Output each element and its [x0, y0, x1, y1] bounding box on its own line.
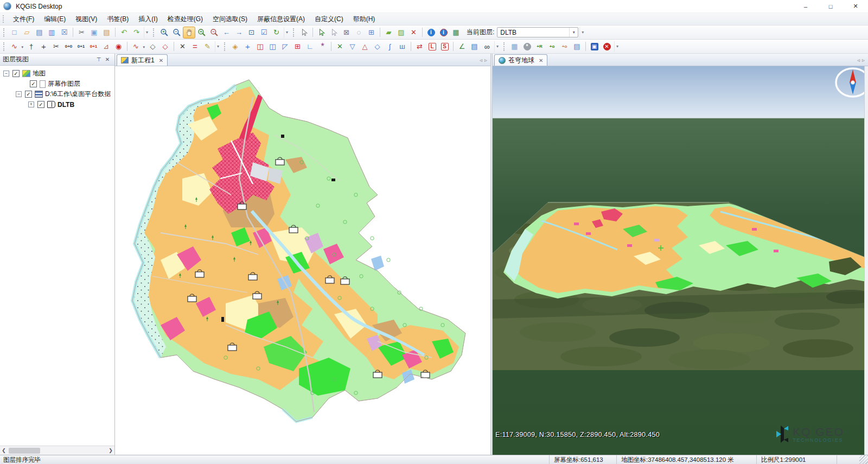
layer-visibility-checkbox[interactable]: ✓	[12, 70, 20, 77]
globe-tab-close-icon[interactable]: ✕	[539, 58, 543, 63]
measure-segment-icon[interactable]: ⇄	[413, 41, 426, 53]
menu-item-0[interactable]: 文件(F)	[8, 13, 39, 26]
length-label-icon[interactable]: L	[426, 41, 438, 53]
layer-row-3[interactable]: +✓DLTB	[0, 99, 114, 110]
find-binoculars-icon[interactable]: ∞	[481, 41, 493, 53]
close-document-icon[interactable]: ☒	[58, 27, 71, 39]
resize-grip[interactable]	[859, 455, 868, 464]
ruler-marks-icon[interactable]: ш	[396, 41, 409, 53]
snap-add-vertex-icon[interactable]: +o	[558, 41, 571, 53]
fixed-zoom-out-icon[interactable]: −	[208, 27, 220, 39]
record-feature-icon[interactable]: ◉	[112, 41, 125, 53]
paste-icon[interactable]: ▤	[100, 27, 113, 39]
tab-close-icon[interactable]: ✕	[159, 58, 163, 63]
full-extent-icon[interactable]: ⊡	[245, 27, 258, 39]
map-canvas[interactable]	[115, 66, 490, 455]
tab-project[interactable]: 新工程1 ✕	[117, 54, 168, 66]
select-add-icon[interactable]	[315, 27, 328, 39]
sketch-polygon-icon[interactable]: ◇	[146, 41, 159, 53]
toolbar-overflow-icon[interactable]: ▾	[144, 27, 150, 38]
snap-add-r-icon[interactable]: +R	[533, 41, 546, 53]
save-database-icon[interactable]: ▥	[46, 27, 58, 39]
layer-panel-hscrollbar[interactable]: ❮ ❯	[0, 446, 114, 455]
menu-item-3[interactable]: 书签(B)	[102, 13, 133, 26]
import-database-icon[interactable]: ▤	[33, 27, 46, 39]
menu-item-7[interactable]: 屏蔽信息设置(A)	[252, 13, 310, 26]
toolbar-overflow-icon[interactable]: ▾	[494, 41, 500, 52]
cut-icon[interactable]: ✂	[75, 27, 88, 39]
vertex-0-1-new-icon[interactable]: 0+1	[87, 41, 100, 53]
explode-feature-icon[interactable]: *	[316, 41, 329, 53]
flip-up-icon[interactable]: △	[359, 41, 371, 53]
vertex-edit-icon[interactable]: †	[25, 41, 37, 53]
globe-tab-scroll-right-icon[interactable]: ▹	[862, 57, 865, 63]
dropdown-caret-icon[interactable]: ▾	[143, 45, 145, 49]
sweep-tool-icon[interactable]: ✎	[201, 41, 214, 53]
offset-copy-icon[interactable]: ◫	[254, 41, 266, 53]
angle-measure-icon[interactable]: ∠	[456, 41, 468, 53]
toolbar-overflow-icon[interactable]: ▾	[614, 41, 620, 52]
dropdown-caret-icon[interactable]: ▾	[21, 45, 23, 49]
select-remove-icon[interactable]	[328, 27, 340, 39]
select-tool-icon[interactable]	[298, 27, 310, 39]
menu-item-5[interactable]: 检查处理(G)	[163, 13, 208, 26]
globe-right-scroll-strip[interactable]	[864, 66, 868, 455]
draw-polyline-icon[interactable]: ∿▾	[8, 41, 21, 53]
zoom-in-icon[interactable]: +	[158, 27, 170, 39]
layer-visibility-checkbox[interactable]: ✓	[37, 101, 44, 108]
combo-dropdown-icon[interactable]: ▾	[569, 28, 578, 37]
tab-globe[interactable]: 苍穹地球 ✕	[494, 54, 547, 66]
menu-item-6[interactable]: 空间选取(S)	[208, 13, 252, 26]
flip-down-icon[interactable]: ▽	[346, 41, 359, 53]
attribute-info-icon[interactable]: ▦	[450, 27, 462, 39]
row-table-icon[interactable]: ▤	[468, 41, 481, 53]
stop-editing-icon[interactable]: ✕	[601, 41, 613, 53]
toolbar-overflow-icon[interactable]: ▾	[215, 41, 221, 52]
nav-diamond-icon[interactable]: ◈	[229, 41, 241, 53]
identify-edit-icon[interactable]: i	[437, 27, 450, 39]
image-manager-icon[interactable]: ▦	[508, 41, 521, 53]
move-feature-icon[interactable]: +	[37, 41, 50, 53]
select-window-icon[interactable]: ⊞	[365, 27, 378, 39]
form-view-icon[interactable]: ▤	[571, 41, 583, 53]
tree-expander-icon[interactable]: −	[16, 91, 22, 97]
vertex-0-0-icon[interactable]: 0+0	[62, 41, 75, 53]
redo-icon[interactable]: ↷	[130, 27, 143, 39]
fixed-zoom-in-icon[interactable]: +	[195, 27, 208, 39]
layer-row-2[interactable]: −✓D:\6工作\桌面平台数据	[0, 89, 114, 99]
maximize-button[interactable]: □	[818, 0, 843, 12]
select-region-icon[interactable]: ▰	[382, 27, 395, 39]
split-feature-icon[interactable]: ✂	[50, 41, 62, 53]
overlay-rectangles-icon[interactable]: ⊞	[291, 41, 304, 53]
refresh-check-icon[interactable]: ☑	[258, 27, 270, 39]
pan-icon[interactable]	[183, 27, 195, 39]
select-rectangle-icon[interactable]: ⊠	[340, 27, 353, 39]
globe-canvas[interactable]: E:117.39009, N:30.15850, Z:2890.450, Alt…	[493, 66, 868, 455]
menu-item-2[interactable]: 视图(V)	[71, 13, 102, 26]
tab-scroll-right-icon[interactable]: ▹	[484, 57, 487, 63]
undo-icon[interactable]: ↶	[118, 27, 130, 39]
globe-tab-scroll-left-icon[interactable]: ◃	[857, 57, 860, 63]
layer-row-0[interactable]: −✓地图	[0, 68, 114, 79]
scrollbar-thumb[interactable]	[9, 448, 40, 454]
delete-feature-icon[interactable]: ✕	[176, 41, 189, 53]
previous-extent-icon[interactable]: ←	[220, 27, 233, 39]
trapezoid-tool-icon[interactable]: ⊿	[100, 41, 112, 53]
scroll-right-icon[interactable]: ❯	[107, 446, 114, 455]
save-edits-icon[interactable]: ▣	[588, 41, 601, 53]
panel-close-icon[interactable]: ✕	[103, 56, 112, 62]
tree-expander-icon[interactable]: −	[3, 71, 9, 77]
parallel-tool-icon[interactable]: =	[189, 41, 201, 53]
layer-visibility-checkbox[interactable]: ✓	[25, 91, 32, 98]
toolbar-overflow-icon[interactable]: ▾	[579, 27, 585, 38]
vertex-0-1-icon[interactable]: 0+1	[75, 41, 87, 53]
tree-expander-icon[interactable]: +	[28, 101, 34, 107]
open-project-icon[interactable]: ▱	[21, 27, 33, 39]
menu-item-4[interactable]: 插入(I)	[133, 13, 162, 26]
zoom-out-icon[interactable]: −	[170, 27, 183, 39]
area-label-icon[interactable]: S	[438, 41, 451, 53]
pin-icon[interactable]: ⊤	[94, 56, 103, 62]
settings-gear-icon[interactable]: *	[521, 41, 533, 53]
diamond-tool-icon[interactable]: ◇	[371, 41, 384, 53]
close-button[interactable]: ✕	[843, 0, 868, 12]
